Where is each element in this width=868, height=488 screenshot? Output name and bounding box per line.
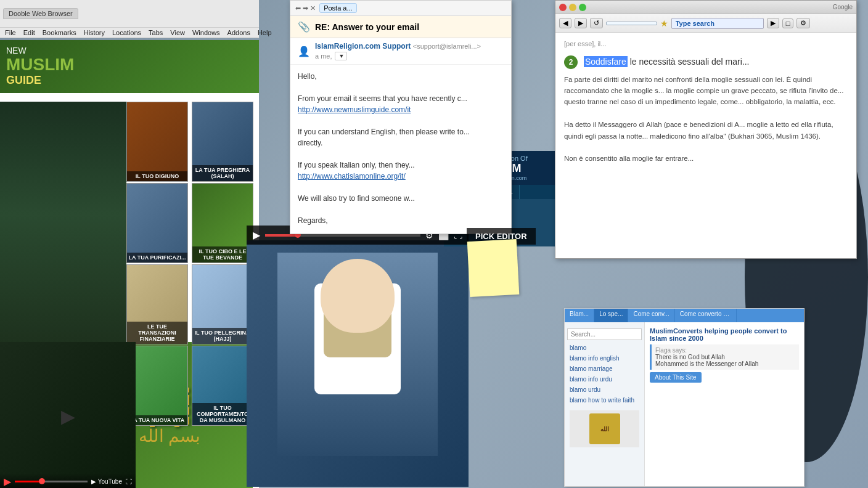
win-close-btn[interactable] xyxy=(559,4,567,11)
converts-nav-blamo[interactable]: blamo xyxy=(565,343,644,353)
browser-window: Dooble Web Browser xyxy=(0,0,259,28)
yt-fullscreen-icon[interactable]: ⛶ xyxy=(126,478,132,485)
article-title: 2 Soddisfare le necessità sessuali del m… xyxy=(564,55,848,69)
menu-help[interactable]: Help xyxy=(258,29,272,36)
topic-financial[interactable]: LE TUE TRANSAZIONI FINANZIARIE xyxy=(126,264,188,344)
address-bar[interactable] xyxy=(606,22,657,25)
menu-addons[interactable]: Addons xyxy=(227,29,250,36)
yt-progress-bar[interactable] xyxy=(15,481,88,482)
menu-locations[interactable]: Locations xyxy=(112,29,141,36)
menu-tabs[interactable]: Tabs xyxy=(149,29,163,36)
menu-bookmarks[interactable]: Bookmarks xyxy=(43,29,76,36)
google-label: Google xyxy=(833,4,853,10)
search-input[interactable] xyxy=(671,18,764,29)
browser-toolbar-right: ◀ ▶ ↺ ★ ▶ □ ⚙ xyxy=(555,14,856,33)
settings-button[interactable]: ⚙ xyxy=(796,18,810,28)
topic-life[interactable]: LA TUA NUOVA VITA xyxy=(126,346,188,426)
email-from-info: IslamReligion.com Support <support@islam… xyxy=(315,42,481,60)
email-link2[interactable]: http://www.chatislamonline.org/it/ xyxy=(298,172,406,181)
email-body: Hello, From your email it seems that you… xyxy=(290,65,511,232)
browser-content: [per esse], il... 2 Soddisfare le necess… xyxy=(555,33,856,258)
win-max-btn[interactable] xyxy=(579,4,586,11)
topic-purification[interactable]: LA TUA PURIFICAZI... xyxy=(126,183,188,263)
menu-windows[interactable]: Windows xyxy=(192,29,220,36)
video-thumbnail: ▶ xyxy=(0,342,136,488)
browser-menu: File Edit Bookmarks History Locations Ta… xyxy=(0,28,259,38)
topic-life-label: LA TUA NUOVA VITA xyxy=(127,415,187,425)
topic-hajj[interactable]: IL TUO PELLEGRIN... (HAJJ) xyxy=(192,264,253,344)
converts-nav-marriage[interactable]: blamo marriage xyxy=(565,364,644,374)
recipient-field[interactable]: ▼ xyxy=(335,52,348,60)
dropdown-icon[interactable]: ▼ xyxy=(339,53,345,59)
topic-food[interactable]: IL TUO CIBO E LE TUE BEVANDE xyxy=(192,183,253,263)
converts-sidebar: blamo blamo info english blamo marriage … xyxy=(565,322,645,486)
topic-prayer-label: LA TUA PREGHIERA (SALAH) xyxy=(192,165,253,181)
topic-prayer[interactable]: LA TUA PREGHIERA (SALAH) xyxy=(192,102,253,182)
converts-title: MuslimConverts helping people convert to… xyxy=(650,327,799,342)
converts-panel: Blam... Lo spe... Come conv... Come conv… xyxy=(564,308,805,487)
topic-fasting[interactable]: IL TUO DIGIUNO xyxy=(126,102,188,182)
yt-progress-dot xyxy=(39,478,45,484)
converts-nav-faith[interactable]: blamo how to write faith xyxy=(565,395,644,405)
youtube-video-panel: ▶ ▶ ▶ YouTube ⛶ xyxy=(0,342,136,488)
reload-button[interactable]: ↺ xyxy=(590,18,603,28)
yt-play-icon[interactable]: ▶ xyxy=(4,476,11,487)
yt-progress-fill xyxy=(15,481,40,482)
article-title-rest: le necessità sessuali del mari... xyxy=(630,57,750,67)
browser-right: Google ◀ ▶ ↺ ★ ▶ □ ⚙ [per esse], il... 2… xyxy=(555,0,857,259)
converts-tab-1[interactable]: Blam... xyxy=(565,309,594,322)
menu-file[interactable]: File xyxy=(5,29,16,36)
converts-search-area xyxy=(565,325,644,343)
video-controls: ▶ ▶ YouTube ⛶ xyxy=(0,473,136,488)
nmg-header: NEW MUSLIM GUIDE xyxy=(0,40,259,93)
converts-nav-urdu2[interactable]: blamo urdu xyxy=(565,384,644,395)
email-panel: ⬅ ➡ ✕ Posta a... 📎 RE: Answer to your em… xyxy=(290,0,512,234)
topic-behavior[interactable]: IL TUO COMPORTAMENTO DA MUSULMANO xyxy=(192,346,253,426)
email-link1[interactable]: http://www.newmuslimguide.com/it xyxy=(298,105,411,114)
calligraphy-text2: بسم الله xyxy=(139,426,200,446)
topic-purif-label: LA TUA PURIFICAZI... xyxy=(127,253,187,262)
converts-tab-2[interactable]: Lo spe... xyxy=(594,309,628,322)
topic-hajj-label: IL TUO PELLEGRIN... (HAJJ) xyxy=(192,328,253,344)
menu-edit[interactable]: Edit xyxy=(23,29,35,36)
convert-quote: Flaga says: There is no God but Allah Mo… xyxy=(650,344,799,370)
star-icon[interactable]: ★ xyxy=(660,18,668,28)
email-toolbar: ⬅ ➡ ✕ Posta a... xyxy=(290,1,511,16)
posta-button[interactable]: Posta a... xyxy=(319,3,356,13)
sermon-progress-bar[interactable] xyxy=(265,234,420,237)
video-placeholder-icon: ▶ xyxy=(61,405,75,427)
converts-logo-text: الله xyxy=(600,426,609,433)
email-body-line1: From your email it seems that you have r… xyxy=(298,93,504,104)
converts-tab-4[interactable]: Come converto affo... xyxy=(675,309,737,322)
prev-content: [per esse], il... xyxy=(564,39,848,50)
about-site-button[interactable]: About This Site xyxy=(650,372,702,383)
converts-nav-urdu[interactable]: blamo info urdu xyxy=(565,374,644,384)
converts-logo-img: الله xyxy=(589,413,620,444)
email-body-line2: If you can understand English, then plea… xyxy=(298,126,504,137)
article-para2: Ha detto il Messaggero di Allah (pace e … xyxy=(564,119,848,142)
to-label: a me, xyxy=(315,52,332,60)
play-button[interactable]: ▶ xyxy=(253,229,260,241)
topic-food-label: IL TUO CIBO E LE TUE BEVANDE xyxy=(192,246,253,262)
sermon-video xyxy=(247,240,469,487)
search-go-button[interactable]: ▶ xyxy=(767,18,779,28)
email-toolbar-text: ⬅ ➡ ✕ xyxy=(295,4,316,12)
attach-icon: 📎 xyxy=(298,21,310,33)
back-button[interactable]: ◀ xyxy=(559,18,571,28)
yt-youtube-label: ▶ YouTube xyxy=(91,478,122,485)
converts-nav-english[interactable]: blamo info english xyxy=(565,353,644,364)
forward-button[interactable]: ▶ xyxy=(575,18,587,28)
email-body-line2b: directly. xyxy=(298,137,504,148)
converts-tab-3[interactable]: Come conv... xyxy=(628,309,674,322)
converts-logo-area: الله xyxy=(570,410,639,447)
email-regards: Regards, xyxy=(298,215,504,226)
topic-behavior-label: IL TUO COMPORTAMENTO DA MUSULMANO xyxy=(192,403,253,425)
win-min-btn[interactable] xyxy=(569,4,576,11)
topic-financial-label: LE TUE TRANSAZIONI FINANZIARIE xyxy=(127,322,187,344)
menu-history[interactable]: History xyxy=(84,29,105,36)
menu-view[interactable]: View xyxy=(170,29,185,36)
bookmark-button[interactable]: □ xyxy=(782,18,794,28)
converts-search-input[interactable] xyxy=(567,328,642,340)
converts-tabs: Blam... Lo spe... Come conv... Come conv… xyxy=(565,309,804,322)
sermon-overlay xyxy=(277,253,438,456)
